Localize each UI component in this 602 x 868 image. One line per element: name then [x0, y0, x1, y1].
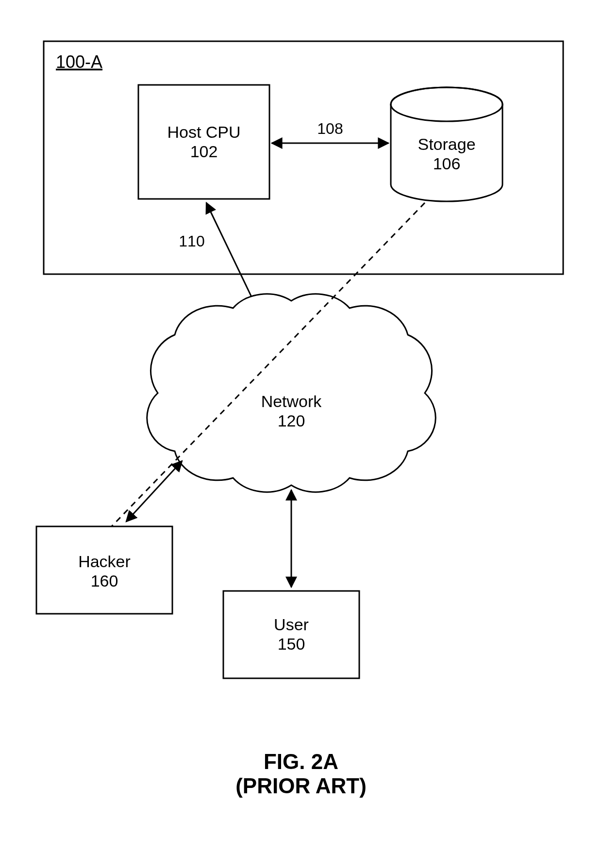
user-ref: 150 — [278, 635, 305, 653]
host-cpu-ref: 102 — [190, 142, 218, 161]
figure-caption-line2: (PRIOR ART) — [235, 774, 367, 798]
storage-title: Storage — [418, 135, 475, 153]
user-title: User — [274, 615, 309, 634]
network-title: Network — [261, 392, 322, 410]
network-ref: 120 — [278, 411, 305, 430]
link-network-hacker — [126, 461, 182, 522]
diagram-svg: 100-A Host CPU 102 Storage 106 108 110 N… — [0, 0, 602, 868]
link-cpu-storage-ref: 108 — [317, 120, 343, 137]
host-cpu-title: Host CPU — [167, 123, 240, 141]
hacker-title: Hacker — [78, 552, 131, 571]
diagram-page: 100-A Host CPU 102 Storage 106 108 110 N… — [0, 0, 602, 868]
system-id-label: 100-A — [56, 52, 102, 72]
hacker-ref: 160 — [91, 572, 118, 590]
figure-caption-line1: FIG. 2A — [264, 750, 338, 773]
storage-ref: 106 — [433, 154, 461, 173]
link-cpu-network-ref: 110 — [179, 232, 204, 250]
